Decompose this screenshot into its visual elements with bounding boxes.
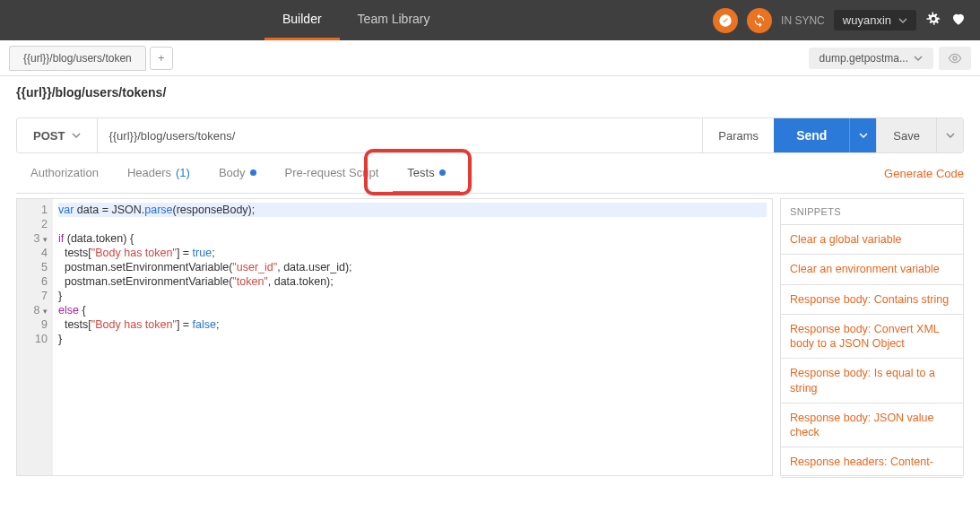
body-label: Body [219,166,246,179]
subtab-authorization[interactable]: Authorization [16,153,113,193]
send-button[interactable]: Send [774,118,849,152]
dot-indicator-icon [439,169,446,176]
snippet-item[interactable]: Clear a global variable [781,225,963,255]
chevron-down-icon [946,131,955,140]
subtab-prerequest[interactable]: Pre-request Script [271,153,394,193]
request-tab[interactable]: {{url}}/blog/users/token [9,46,146,71]
code-editor[interactable]: 1 2 3 ▾ 4 5 6 7 8 ▾ 9 10 var data = JSON… [16,198,773,476]
method-label: POST [33,129,65,143]
method-dropdown[interactable]: POST [17,118,98,152]
snippets-sidebar: SNIPPETS Clear a global variable Clear a… [780,198,964,476]
generate-code-link[interactable]: Generate Code [884,167,964,180]
tests-label: Tests [407,166,434,179]
user-dropdown[interactable]: wuyanxin [834,10,916,30]
gutter: 1 2 3 ▾ 4 5 6 7 8 ▾ 9 10 [17,199,53,475]
line-number: 10 [17,332,48,346]
svg-point-0 [953,56,957,60]
snippet-item[interactable]: Response headers: Content- [781,447,963,477]
line-number: 7 [17,289,48,303]
chevron-down-icon [859,131,868,140]
snippets-header: SNIPPETS [781,199,963,225]
settings-icon[interactable] [925,11,941,30]
dot-indicator-icon [250,169,256,176]
postman-logo-icon[interactable] [713,8,738,33]
save-button[interactable]: Save [876,118,936,152]
chevron-down-icon [72,131,81,140]
request-title: {{url}}/blog/users/tokens/ [0,76,980,108]
chevron-down-icon [914,54,923,63]
line-number: 3 ▾ [17,231,48,246]
chevron-down-icon [898,16,907,25]
sync-icon[interactable] [747,8,772,33]
environment-dropdown[interactable]: dump.getpostma... [809,48,933,69]
save-dropdown[interactable] [936,118,963,152]
send-dropdown[interactable] [849,118,876,152]
snippet-item[interactable]: Clear an environment variable [781,255,963,284]
line-number: 4 [17,246,48,260]
line-number: 8 ▾ [17,303,48,317]
params-button[interactable]: Params [702,118,774,152]
snippet-item[interactable]: Response body: Contains string [781,285,963,315]
add-tab-button[interactable]: + [150,47,173,70]
sync-status-label: IN SYNC [781,14,825,27]
line-number: 6 [17,274,48,289]
heart-icon[interactable] [950,11,967,30]
tab-team-library[interactable]: Team Library [340,0,448,40]
request-bar: POST Params Send Save [16,117,964,153]
subtab-tests[interactable]: Tests [393,153,459,193]
line-number: 1 [17,203,48,217]
request-tab-label: {{url}}/blog/users/token [23,52,132,65]
code-body[interactable]: var data = JSON.parse(responseBody); if … [53,199,772,475]
subtab-body[interactable]: Body [204,153,271,193]
headers-label: Headers [127,166,171,179]
user-name-label: wuyanxin [843,13,891,27]
snippet-item[interactable]: Response body: JSON value check [781,404,963,448]
env-quicklook-icon[interactable] [939,47,971,70]
url-input[interactable] [98,118,702,152]
snippet-item[interactable]: Response body: Is equal to a string [781,359,963,404]
snippet-item[interactable]: Response body: Convert XML body to a JSO… [781,315,963,360]
env-label: dump.getpostma... [820,52,908,65]
tab-builder[interactable]: Builder [265,0,340,40]
line-number: 9 [17,317,48,332]
subtab-headers[interactable]: Headers (1) [113,153,204,193]
line-number: 5 [17,260,48,274]
line-number: 2 [17,217,48,231]
headers-count: (1) [176,166,190,179]
